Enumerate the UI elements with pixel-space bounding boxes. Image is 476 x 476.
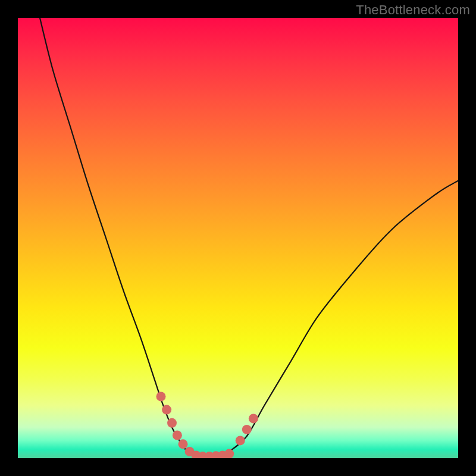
gradient-bg	[18, 18, 458, 458]
plot-area	[18, 18, 458, 458]
attribution-text: TheBottleneck.com	[356, 2, 470, 18]
chart-frame: TheBottleneck.com	[0, 0, 476, 476]
